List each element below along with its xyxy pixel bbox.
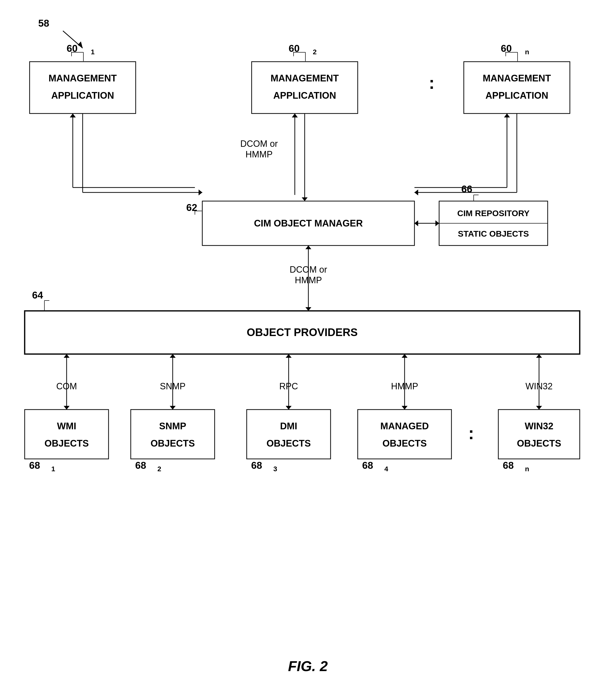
mgmt-app-n-label-line1: MANAGEMENT: [483, 73, 551, 84]
svg-marker-42: [64, 406, 70, 410]
ref-64: 64: [32, 290, 43, 300]
dmi-objects-label2: OBJECTS: [267, 438, 311, 448]
snmp-objects-label2: OBJECTS: [150, 438, 195, 448]
managed-objects-label2: OBJECTS: [382, 438, 426, 448]
svg-marker-18: [302, 197, 307, 201]
svg-marker-26: [504, 114, 510, 117]
ref-60-n-sub: n: [525, 48, 529, 56]
win32-objects-label1: WIN32: [525, 421, 553, 431]
svg-marker-45: [170, 406, 176, 410]
fig-label: FIG. 2: [288, 658, 328, 674]
ref-66: 66: [461, 183, 472, 194]
ref-60-1-sub: 1: [91, 48, 95, 56]
ref-68-n-sub: n: [525, 465, 529, 473]
dmi-objects-box: [247, 410, 331, 459]
mgmt-app-n-box: [464, 62, 570, 114]
ref-58: 58: [38, 18, 49, 29]
colon-separator-bottom: :: [468, 424, 474, 443]
cim-repository-label: CIM REPOSITORY: [457, 208, 530, 218]
svg-marker-48: [286, 406, 291, 410]
svg-marker-51: [402, 406, 408, 410]
svg-marker-34: [435, 220, 439, 226]
mgmt-app-1-box: [30, 62, 136, 114]
ref-68-4-sub: 4: [384, 465, 388, 473]
svg-marker-16: [70, 114, 76, 117]
ref-68-n: 68: [503, 460, 514, 471]
svg-marker-36: [305, 246, 311, 249]
dcom-hmmp-top-label: DCOM or: [240, 139, 278, 149]
wmi-objects-box: [25, 410, 108, 459]
mgmt-app-1-label-line2: APPLICATION: [51, 90, 114, 101]
colon-separator: :: [429, 73, 434, 92]
snmp-objects-box: [131, 410, 215, 459]
svg-marker-20: [292, 114, 298, 117]
svg-marker-1: [78, 42, 82, 48]
cim-repository-static: STATIC OBJECTS: [458, 229, 529, 238]
dcom-hmmp-top-label2: HMMP: [245, 149, 273, 159]
diagram-container: 58 MANAGEMENT APPLICATION 60 1 MANAGEMEN…: [0, 0, 616, 697]
ref-68-3-sub: 3: [273, 465, 277, 473]
ref-60-2-sub: 2: [313, 48, 317, 56]
svg-marker-33: [415, 220, 418, 226]
svg-marker-23: [415, 190, 418, 195]
mgmt-app-2-label-line2: APPLICATION: [273, 90, 336, 101]
ref-68-1: 68: [29, 460, 40, 471]
wmi-objects-label2: OBJECTS: [44, 438, 89, 448]
svg-marker-54: [536, 406, 542, 410]
mgmt-app-n-label-line2: APPLICATION: [485, 90, 549, 101]
win32-objects-label2: OBJECTS: [517, 438, 561, 448]
dmi-objects-label1: DMI: [280, 421, 297, 431]
ref-68-2: 68: [135, 460, 146, 471]
object-providers-label: OBJECT PROVIDERS: [247, 326, 358, 338]
mgmt-app-2-box: [252, 62, 358, 114]
ref-68-3: 68: [251, 460, 262, 471]
win32-objects-box: [498, 410, 580, 459]
ref-68-2-sub: 2: [157, 465, 161, 473]
ref-68-4: 68: [362, 460, 373, 471]
snmp-objects-label1: SNMP: [159, 421, 186, 431]
mgmt-app-1-label-line1: MANAGEMENT: [49, 73, 117, 84]
mgmt-app-2-label-line1: MANAGEMENT: [271, 73, 339, 84]
ref-62: 62: [186, 202, 197, 213]
cim-object-manager-label: CIM OBJECT MANAGER: [254, 218, 363, 228]
svg-marker-13: [199, 190, 202, 195]
ref-68-1-sub: 1: [51, 465, 55, 473]
managed-objects-label1: MANAGED: [380, 421, 429, 431]
wmi-objects-label1: WMI: [57, 421, 76, 431]
managed-objects-box: [358, 410, 451, 459]
